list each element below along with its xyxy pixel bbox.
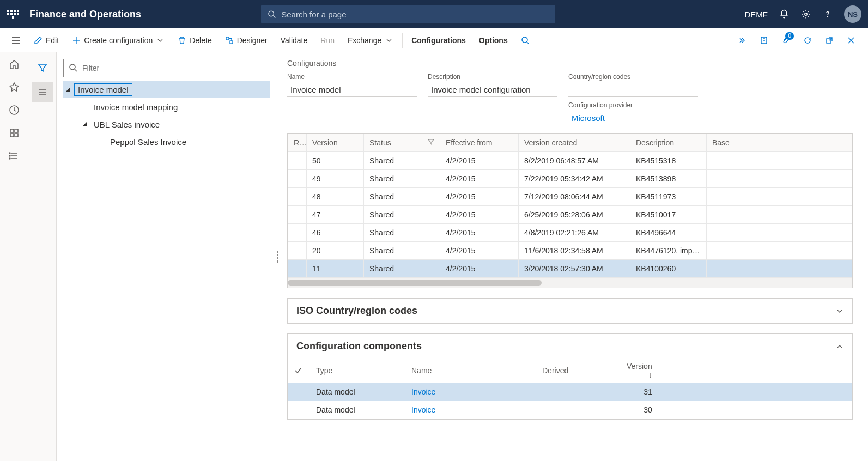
grid-cell[interactable]: 46 (307, 224, 364, 242)
grid-cell[interactable]: Shared (364, 224, 440, 242)
recent-icon[interactable] (8, 104, 21, 117)
grid-cell[interactable]: 4/2/2015 (440, 224, 519, 242)
nav-toggle-button[interactable] (4, 35, 27, 45)
country-value[interactable] (568, 83, 698, 97)
filter-panel-icon[interactable] (32, 58, 53, 78)
spacer-cell[interactable] (659, 401, 852, 419)
name-cell[interactable]: Invoice (405, 401, 536, 419)
grid-cell[interactable]: 4/2/2015 (440, 242, 519, 260)
tree-node[interactable]: Invoice model mapping (63, 98, 270, 116)
component-row[interactable]: Data modelInvoice31 (288, 383, 852, 401)
tree-node[interactable]: Peppol Sales Invoice (63, 133, 270, 150)
grid-row[interactable]: 11Shared4/2/20153/20/2018 02:57:30 AMKB4… (288, 260, 852, 278)
col-effective[interactable]: Effective from (440, 134, 519, 152)
col-base[interactable]: Base (707, 134, 852, 152)
version-cell[interactable]: 30 (620, 401, 659, 419)
splitter-handle[interactable] (277, 246, 280, 268)
grid-cell[interactable]: 6/25/2019 05:28:06 AM (519, 206, 630, 224)
bell-icon[interactable] (779, 9, 790, 20)
col-status[interactable]: Status (364, 134, 440, 152)
home-icon[interactable] (8, 58, 21, 71)
caret-down-icon[interactable] (65, 87, 74, 92)
grid-cell[interactable]: Shared (364, 188, 440, 206)
grid-cell[interactable] (707, 242, 852, 260)
grid-cell[interactable]: 4/2/2015 (440, 170, 519, 188)
popout-button[interactable] (820, 31, 839, 50)
validate-button[interactable]: Validate (274, 28, 314, 52)
grid-cell[interactable]: KB4511973 (630, 188, 707, 206)
version-cell[interactable]: 31 (620, 383, 659, 401)
grid-cell[interactable]: 11 (307, 260, 364, 278)
related-button[interactable] (733, 31, 751, 50)
grid-cell[interactable]: 7/22/2019 05:34:42 AM (519, 170, 630, 188)
name-value[interactable]: Invoice model (287, 83, 417, 97)
grid-cell[interactable] (288, 224, 307, 242)
modules-icon[interactable] (8, 149, 21, 162)
name-cell[interactable]: Invoice (405, 383, 536, 401)
col-description[interactable]: Description (630, 134, 707, 152)
workspaces-icon[interactable] (8, 126, 21, 139)
grid-cell[interactable]: 20 (307, 242, 364, 260)
gear-icon[interactable] (800, 9, 811, 20)
grid-cell[interactable] (707, 188, 852, 206)
type-cell[interactable]: Data model (309, 401, 405, 419)
grid-cell[interactable]: KB4476120, impo... (630, 242, 707, 260)
designer-button[interactable]: Designer (218, 28, 274, 52)
grid-cell[interactable] (288, 242, 307, 260)
attachments-button[interactable]: 0 (776, 31, 795, 50)
grid-cell[interactable] (288, 152, 307, 170)
help-icon[interactable] (822, 9, 833, 20)
grid-cell[interactable]: 50 (307, 152, 364, 170)
col-type[interactable]: Type (309, 359, 405, 383)
grid-row[interactable]: 50Shared4/2/20158/2/2019 06:48:57 AMKB45… (288, 152, 852, 170)
grid-cell[interactable] (288, 170, 307, 188)
grid-cell[interactable]: KB4510017 (630, 206, 707, 224)
create-config-button[interactable]: Create configuration (65, 28, 171, 52)
grid-cell[interactable]: KB4515318 (630, 152, 707, 170)
edit-button[interactable]: Edit (27, 28, 65, 52)
grid-row[interactable]: 47Shared4/2/20156/25/2019 05:28:06 AMKB4… (288, 206, 852, 224)
app-launcher-icon[interactable] (7, 8, 20, 21)
grid-cell[interactable]: 4/2/2015 (440, 260, 519, 278)
grid-cell[interactable]: Shared (364, 170, 440, 188)
component-row[interactable]: Data modelInvoice30 (288, 401, 852, 419)
exchange-button[interactable]: Exchange (341, 28, 400, 52)
grid-cell[interactable] (707, 206, 852, 224)
grid-cell[interactable]: Shared (364, 206, 440, 224)
open-office-button[interactable] (755, 31, 773, 50)
delete-button[interactable]: Delete (171, 28, 218, 52)
grid-cell[interactable]: KB4100260 (630, 260, 707, 278)
col-select[interactable] (288, 359, 309, 383)
grid-cell[interactable] (707, 224, 852, 242)
grid-cell[interactable] (288, 188, 307, 206)
grid-cell[interactable]: KB4513898 (630, 170, 707, 188)
grid-cell[interactable]: 4/2/2015 (440, 206, 519, 224)
col-compname[interactable]: Name (405, 359, 536, 383)
find-button[interactable] (514, 28, 536, 52)
grid-row[interactable]: 48Shared4/2/20157/12/2019 08:06:44 AMKB4… (288, 188, 852, 206)
tree-node[interactable]: UBL Sales invoice (63, 116, 270, 133)
grid-row[interactable]: 20Shared4/2/201511/6/2018 02:34:58 AMKB4… (288, 242, 852, 260)
grid-row[interactable]: 49Shared4/2/20157/22/2019 05:34:42 AMKB4… (288, 170, 852, 188)
grid-cell[interactable] (288, 206, 307, 224)
global-search[interactable] (261, 5, 555, 23)
spacer-cell[interactable] (659, 383, 852, 401)
caret-down-icon[interactable] (82, 122, 90, 127)
grid-row[interactable]: 46Shared4/2/20154/8/2019 02:21:26 AMKB44… (288, 224, 852, 242)
grid-cell[interactable] (707, 170, 852, 188)
col-r[interactable]: R... (288, 134, 307, 152)
tree-filter-input[interactable] (63, 59, 270, 77)
col-version[interactable]: Version (307, 134, 364, 152)
col-derived[interactable]: Derived (536, 359, 620, 383)
grid-cell[interactable]: 8/2/2019 06:48:57 AM (519, 152, 630, 170)
configurations-button[interactable]: Configurations (405, 28, 472, 52)
grid-cell[interactable]: 48 (307, 188, 364, 206)
list-panel-icon[interactable] (32, 82, 53, 102)
col-created[interactable]: Version created (519, 134, 630, 152)
select-cell[interactable] (288, 383, 309, 401)
type-cell[interactable]: Data model (309, 383, 405, 401)
user-avatar[interactable]: NS (844, 5, 861, 23)
favorites-icon[interactable] (8, 81, 21, 94)
grid-scrollbar[interactable] (288, 278, 852, 288)
grid-cell[interactable]: 47 (307, 206, 364, 224)
